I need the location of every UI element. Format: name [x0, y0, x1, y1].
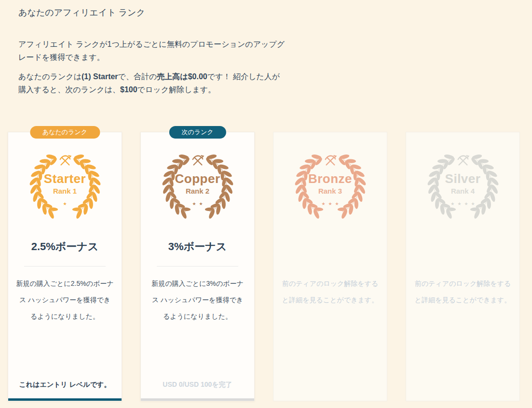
rank-badge: Starter Rank 1 ★: [17, 151, 113, 223]
rank-summary-text: あなたのランクは: [18, 72, 82, 81]
divider: [24, 266, 106, 267]
crossed-pickaxes-icon: [191, 154, 205, 168]
rank-badge-center: Bronze Rank 3 ★★★: [282, 151, 379, 223]
rank-name: Copper: [175, 171, 220, 186]
rank-card-starter: あなたのランク Starter Rank 1 ★ 2.5%ボ: [8, 132, 122, 401]
divider: [157, 266, 238, 267]
rank-stars: ★★: [189, 201, 205, 206]
progress-status-text: USD 0/USD 100を完了: [141, 380, 254, 389]
bonus-title: 3%ボーナス: [141, 239, 254, 254]
rank-badge-center: Silver Rank 4 ★★★★: [415, 151, 511, 223]
locked-description: 前のティアのロック解除をすると詳細を見ることができます。: [414, 275, 512, 308]
rank-stars: ★★★: [318, 201, 341, 206]
rank-badge: Copper Rank 2 ★★: [150, 151, 246, 223]
bonus-description: 新規の購入ごとに3%のボーナス ハッシュパワーを獲得できるようになりました。: [149, 275, 246, 324]
intro-section: あなたのアフィリエイト ランク アフィリエイト ランクが1つ上がるごとに無料のプ…: [0, 0, 532, 96]
rank-label: Rank 2: [186, 187, 209, 195]
rank-badge: Bronze Rank 3 ★★★: [282, 151, 379, 223]
rank-card-bronze: Bronze Rank 3 ★★★ 前のティアのロック解除をすると詳細を見ること…: [273, 132, 387, 401]
bonus-title: 2.5%ボーナス: [8, 239, 122, 254]
rank-card-copper: 次のランク Copper Rank 2 ★★ 3%ボーナス: [140, 132, 255, 401]
total-sales-value: 売上高は$0.00: [157, 72, 207, 81]
rank-stars: ★★★★: [448, 201, 477, 206]
rank-label: Rank 4: [451, 187, 475, 195]
bonus-description: 新規の購入ごとに2.5%のボーナス ハッシュパワーを獲得できるようになりました。: [16, 275, 114, 324]
rank-label: Rank 1: [53, 187, 77, 195]
rank-badge-center: Copper Rank 2 ★★: [150, 151, 246, 223]
crossed-pickaxes-icon: [58, 154, 72, 168]
current-rank-pill: あなたのランク: [30, 126, 100, 139]
rank-stars: ★: [60, 201, 69, 206]
rank-badge-center: Starter Rank 1 ★: [17, 151, 113, 223]
rank-name: Silver: [445, 171, 481, 186]
affiliate-rank-page: あなたのアフィリエイト ランク アフィリエイト ランクが1つ上がるごとに無料のプ…: [0, 0, 532, 408]
page-title: あなたのアフィリエイト ランク: [18, 7, 532, 18]
rank-summary-text: で、合計の: [118, 72, 157, 81]
rank-name: Bronze: [308, 171, 352, 186]
progress-bar-filled: [8, 398, 122, 401]
rank-cards-row: あなたのランク Starter Rank 1 ★ 2.5%ボ: [8, 132, 532, 401]
progress-bar-empty: [141, 398, 254, 401]
locked-description: 前のティアのロック解除をすると詳細を見ることができます。: [281, 275, 379, 308]
rank-card-silver: Silver Rank 4 ★★★★ 前のティアのロック解除をすると詳細を見るこ…: [406, 132, 520, 401]
rank-badge: Silver Rank 4 ★★★★: [415, 151, 511, 223]
status-text: これはエントリ レベルです。: [8, 380, 122, 389]
next-rank-pill: 次のランク: [169, 126, 226, 139]
rank-label: Rank 3: [318, 187, 342, 195]
rank-summary-paragraph: あなたのランクは(1) Starterで、合計の売上高は$0.00です！ 紹介し…: [18, 70, 286, 96]
rank-summary-text: でロック解除します。: [137, 85, 216, 94]
crossed-pickaxes-icon: [323, 154, 338, 168]
unlock-amount-value: $100: [120, 85, 137, 94]
rank-name: Starter: [44, 171, 86, 186]
current-rank-value: (1) Starter: [82, 72, 118, 81]
crossed-pickaxes-icon: [456, 154, 470, 168]
intro-paragraph: アフィリエイト ランクが1つ上がるごとに無料のプロモーションのアップグレードを獲…: [18, 38, 286, 64]
